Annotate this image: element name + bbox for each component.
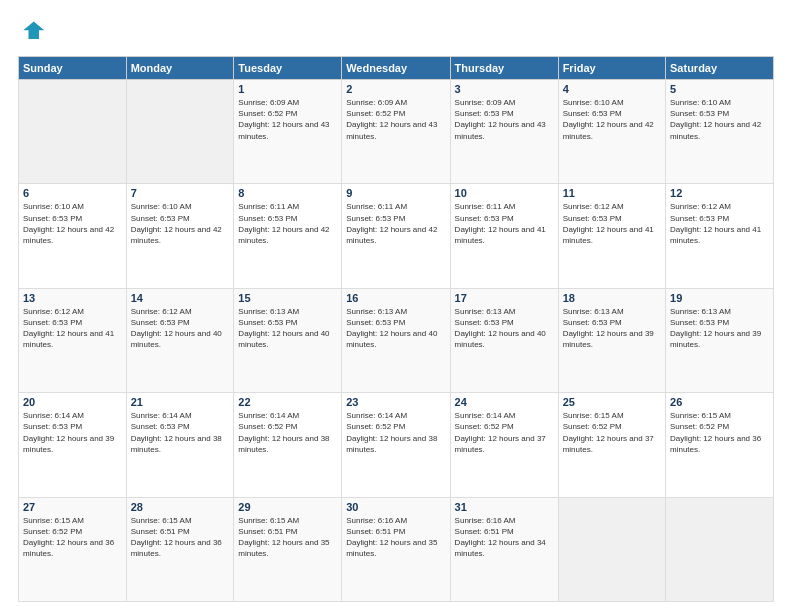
day-number: 22 — [238, 396, 337, 408]
header-row: SundayMondayTuesdayWednesdayThursdayFrid… — [19, 57, 774, 80]
day-info: Sunrise: 6:13 AM Sunset: 6:53 PM Dayligh… — [455, 306, 554, 351]
calendar-cell: 5Sunrise: 6:10 AM Sunset: 6:53 PM Daylig… — [666, 80, 774, 184]
calendar-cell — [126, 80, 234, 184]
day-info: Sunrise: 6:13 AM Sunset: 6:53 PM Dayligh… — [670, 306, 769, 351]
calendar-cell — [558, 497, 665, 601]
day-info: Sunrise: 6:11 AM Sunset: 6:53 PM Dayligh… — [346, 201, 445, 246]
col-header-sunday: Sunday — [19, 57, 127, 80]
calendar-cell: 4Sunrise: 6:10 AM Sunset: 6:53 PM Daylig… — [558, 80, 665, 184]
col-header-friday: Friday — [558, 57, 665, 80]
calendar-cell: 18Sunrise: 6:13 AM Sunset: 6:53 PM Dayli… — [558, 288, 665, 392]
day-info: Sunrise: 6:12 AM Sunset: 6:53 PM Dayligh… — [23, 306, 122, 351]
calendar-cell: 29Sunrise: 6:15 AM Sunset: 6:51 PM Dayli… — [234, 497, 342, 601]
day-info: Sunrise: 6:13 AM Sunset: 6:53 PM Dayligh… — [563, 306, 661, 351]
calendar-cell: 10Sunrise: 6:11 AM Sunset: 6:53 PM Dayli… — [450, 184, 558, 288]
day-number: 23 — [346, 396, 445, 408]
day-number: 11 — [563, 187, 661, 199]
day-info: Sunrise: 6:16 AM Sunset: 6:51 PM Dayligh… — [455, 515, 554, 560]
calendar-cell: 9Sunrise: 6:11 AM Sunset: 6:53 PM Daylig… — [342, 184, 450, 288]
col-header-thursday: Thursday — [450, 57, 558, 80]
day-number: 19 — [670, 292, 769, 304]
day-info: Sunrise: 6:10 AM Sunset: 6:53 PM Dayligh… — [131, 201, 230, 246]
day-number: 25 — [563, 396, 661, 408]
day-info: Sunrise: 6:09 AM Sunset: 6:52 PM Dayligh… — [346, 97, 445, 142]
calendar-cell: 24Sunrise: 6:14 AM Sunset: 6:52 PM Dayli… — [450, 393, 558, 497]
day-info: Sunrise: 6:16 AM Sunset: 6:51 PM Dayligh… — [346, 515, 445, 560]
day-number: 4 — [563, 83, 661, 95]
calendar-cell: 12Sunrise: 6:12 AM Sunset: 6:53 PM Dayli… — [666, 184, 774, 288]
calendar-cell: 13Sunrise: 6:12 AM Sunset: 6:53 PM Dayli… — [19, 288, 127, 392]
calendar-cell: 20Sunrise: 6:14 AM Sunset: 6:53 PM Dayli… — [19, 393, 127, 497]
calendar-cell: 28Sunrise: 6:15 AM Sunset: 6:51 PM Dayli… — [126, 497, 234, 601]
week-row-4: 20Sunrise: 6:14 AM Sunset: 6:53 PM Dayli… — [19, 393, 774, 497]
calendar-cell: 19Sunrise: 6:13 AM Sunset: 6:53 PM Dayli… — [666, 288, 774, 392]
day-number: 5 — [670, 83, 769, 95]
calendar-cell: 7Sunrise: 6:10 AM Sunset: 6:53 PM Daylig… — [126, 184, 234, 288]
day-number: 16 — [346, 292, 445, 304]
svg-marker-0 — [23, 22, 44, 40]
day-number: 2 — [346, 83, 445, 95]
calendar-cell: 11Sunrise: 6:12 AM Sunset: 6:53 PM Dayli… — [558, 184, 665, 288]
week-row-2: 6Sunrise: 6:10 AM Sunset: 6:53 PM Daylig… — [19, 184, 774, 288]
day-info: Sunrise: 6:15 AM Sunset: 6:51 PM Dayligh… — [238, 515, 337, 560]
calendar-cell: 14Sunrise: 6:12 AM Sunset: 6:53 PM Dayli… — [126, 288, 234, 392]
day-number: 26 — [670, 396, 769, 408]
calendar-cell: 17Sunrise: 6:13 AM Sunset: 6:53 PM Dayli… — [450, 288, 558, 392]
day-info: Sunrise: 6:15 AM Sunset: 6:52 PM Dayligh… — [670, 410, 769, 455]
day-number: 21 — [131, 396, 230, 408]
day-info: Sunrise: 6:12 AM Sunset: 6:53 PM Dayligh… — [131, 306, 230, 351]
calendar-cell: 3Sunrise: 6:09 AM Sunset: 6:53 PM Daylig… — [450, 80, 558, 184]
day-number: 8 — [238, 187, 337, 199]
page: SundayMondayTuesdayWednesdayThursdayFrid… — [0, 0, 792, 612]
day-number: 24 — [455, 396, 554, 408]
calendar-cell: 2Sunrise: 6:09 AM Sunset: 6:52 PM Daylig… — [342, 80, 450, 184]
day-number: 10 — [455, 187, 554, 199]
day-info: Sunrise: 6:14 AM Sunset: 6:52 PM Dayligh… — [346, 410, 445, 455]
day-number: 18 — [563, 292, 661, 304]
day-number: 14 — [131, 292, 230, 304]
day-info: Sunrise: 6:09 AM Sunset: 6:53 PM Dayligh… — [455, 97, 554, 142]
header — [18, 18, 774, 46]
calendar-cell: 16Sunrise: 6:13 AM Sunset: 6:53 PM Dayli… — [342, 288, 450, 392]
day-info: Sunrise: 6:14 AM Sunset: 6:52 PM Dayligh… — [455, 410, 554, 455]
day-info: Sunrise: 6:11 AM Sunset: 6:53 PM Dayligh… — [238, 201, 337, 246]
week-row-5: 27Sunrise: 6:15 AM Sunset: 6:52 PM Dayli… — [19, 497, 774, 601]
calendar-cell: 8Sunrise: 6:11 AM Sunset: 6:53 PM Daylig… — [234, 184, 342, 288]
calendar-cell: 22Sunrise: 6:14 AM Sunset: 6:52 PM Dayli… — [234, 393, 342, 497]
day-info: Sunrise: 6:11 AM Sunset: 6:53 PM Dayligh… — [455, 201, 554, 246]
calendar-table: SundayMondayTuesdayWednesdayThursdayFrid… — [18, 56, 774, 602]
calendar-cell: 21Sunrise: 6:14 AM Sunset: 6:53 PM Dayli… — [126, 393, 234, 497]
calendar-cell: 6Sunrise: 6:10 AM Sunset: 6:53 PM Daylig… — [19, 184, 127, 288]
day-info: Sunrise: 6:14 AM Sunset: 6:53 PM Dayligh… — [131, 410, 230, 455]
calendar-cell: 30Sunrise: 6:16 AM Sunset: 6:51 PM Dayli… — [342, 497, 450, 601]
day-info: Sunrise: 6:13 AM Sunset: 6:53 PM Dayligh… — [238, 306, 337, 351]
day-number: 13 — [23, 292, 122, 304]
day-number: 28 — [131, 501, 230, 513]
week-row-1: 1Sunrise: 6:09 AM Sunset: 6:52 PM Daylig… — [19, 80, 774, 184]
calendar-cell: 31Sunrise: 6:16 AM Sunset: 6:51 PM Dayli… — [450, 497, 558, 601]
week-row-3: 13Sunrise: 6:12 AM Sunset: 6:53 PM Dayli… — [19, 288, 774, 392]
day-number: 30 — [346, 501, 445, 513]
day-number: 12 — [670, 187, 769, 199]
day-number: 1 — [238, 83, 337, 95]
day-number: 27 — [23, 501, 122, 513]
day-info: Sunrise: 6:12 AM Sunset: 6:53 PM Dayligh… — [563, 201, 661, 246]
logo — [18, 18, 50, 46]
calendar-cell — [666, 497, 774, 601]
day-info: Sunrise: 6:13 AM Sunset: 6:53 PM Dayligh… — [346, 306, 445, 351]
day-info: Sunrise: 6:09 AM Sunset: 6:52 PM Dayligh… — [238, 97, 337, 142]
day-number: 15 — [238, 292, 337, 304]
calendar-cell: 25Sunrise: 6:15 AM Sunset: 6:52 PM Dayli… — [558, 393, 665, 497]
day-number: 17 — [455, 292, 554, 304]
day-number: 29 — [238, 501, 337, 513]
calendar-cell: 26Sunrise: 6:15 AM Sunset: 6:52 PM Dayli… — [666, 393, 774, 497]
day-info: Sunrise: 6:15 AM Sunset: 6:52 PM Dayligh… — [23, 515, 122, 560]
day-info: Sunrise: 6:10 AM Sunset: 6:53 PM Dayligh… — [23, 201, 122, 246]
day-info: Sunrise: 6:12 AM Sunset: 6:53 PM Dayligh… — [670, 201, 769, 246]
calendar-cell — [19, 80, 127, 184]
day-info: Sunrise: 6:10 AM Sunset: 6:53 PM Dayligh… — [670, 97, 769, 142]
calendar-cell: 1Sunrise: 6:09 AM Sunset: 6:52 PM Daylig… — [234, 80, 342, 184]
day-info: Sunrise: 6:14 AM Sunset: 6:53 PM Dayligh… — [23, 410, 122, 455]
logo-icon — [18, 18, 46, 46]
day-number: 3 — [455, 83, 554, 95]
